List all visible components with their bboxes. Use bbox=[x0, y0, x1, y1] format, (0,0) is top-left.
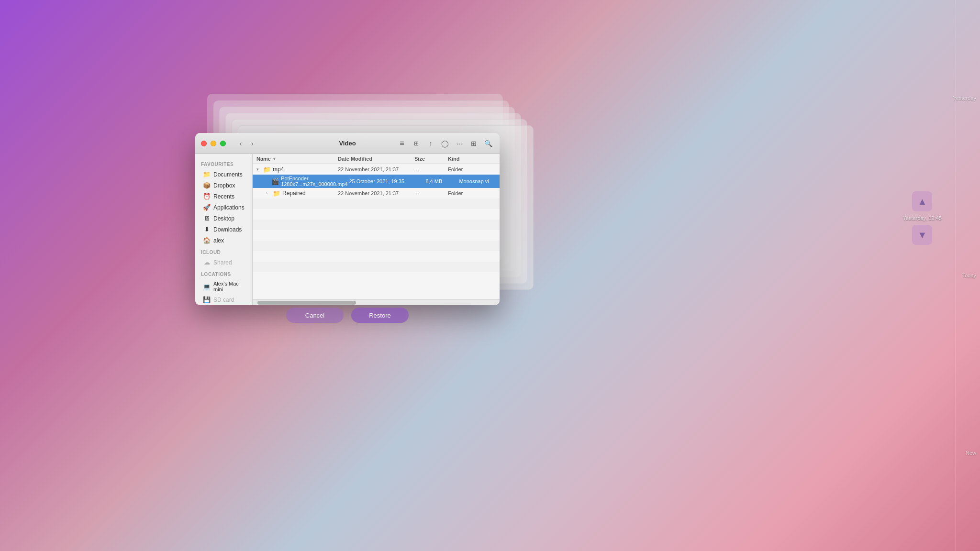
expand-arrow: ▾ bbox=[256, 167, 261, 172]
folder-icon: 📁 bbox=[273, 190, 280, 197]
sidebar-item-alex[interactable]: 🏠 alex bbox=[197, 235, 250, 246]
macmini-icon: 💻 bbox=[203, 283, 211, 290]
file-date: 25 October 2021, 19:35 bbox=[349, 178, 425, 184]
window-body: Favourites 📁 Documents 📦 Dropbox ⏰ Recen… bbox=[195, 154, 500, 305]
table-row[interactable]: 🎬 PotEncoder 1280x7...m27s_000000.mp4 25… bbox=[253, 175, 500, 188]
downloads-icon: ⬇ bbox=[203, 226, 211, 233]
sdcard-icon: 💾 bbox=[203, 296, 211, 303]
file-size: -- bbox=[414, 190, 448, 196]
sidebar-item-label: Applications bbox=[213, 204, 245, 211]
col-kind[interactable]: Kind bbox=[448, 156, 496, 162]
sidebar-item-dropbox[interactable]: 📦 Dropbox bbox=[197, 180, 250, 191]
toolbar-icons: ≡ ⊞ ↑ ◯ ··· ⊞ 🔍 bbox=[396, 138, 494, 149]
title-bar: ‹ › Video ≡ ⊞ ↑ ◯ ··· ⊞ 🔍 bbox=[195, 133, 500, 154]
alex-icon: 🏠 bbox=[203, 237, 211, 244]
nav-arrows: ‹ › bbox=[235, 138, 257, 149]
view-list-button[interactable]: ≡ bbox=[396, 138, 408, 149]
search-button[interactable]: 🔍 bbox=[482, 138, 494, 149]
documents-icon: 📁 bbox=[203, 171, 211, 178]
sidebar-item-documents[interactable]: 📁 Documents bbox=[197, 169, 250, 180]
sidebar-item-label: alex bbox=[213, 237, 224, 244]
file-size: 8,4 MB bbox=[425, 178, 459, 184]
tm-timestamp: Yesterday, 19:45 bbox=[903, 215, 942, 221]
tm-up-button[interactable]: ▲ bbox=[912, 191, 932, 211]
cancel-button[interactable]: Cancel bbox=[286, 308, 344, 323]
fullscreen-button[interactable] bbox=[220, 141, 226, 146]
empty-row bbox=[253, 209, 500, 220]
sidebar-item-label: Shared bbox=[213, 259, 232, 266]
share-button[interactable]: ↑ bbox=[425, 138, 436, 149]
sidebar-item-applications[interactable]: 🚀 Applications bbox=[197, 202, 250, 213]
file-date: 22 November 2021, 21:37 bbox=[338, 190, 414, 196]
empty-row bbox=[253, 230, 500, 241]
sidebar-item-label: Documents bbox=[213, 171, 243, 178]
sidebar-item-sdcard[interactable]: 💾 SD card bbox=[197, 294, 250, 305]
file-name-cell: ▾ 📁 mp4 bbox=[256, 166, 338, 173]
col-size[interactable]: Size bbox=[414, 156, 448, 162]
file-kind: Monosnap vi bbox=[459, 178, 500, 184]
timeline-label-now: Now bbox=[966, 450, 976, 456]
col-name[interactable]: Name ▼ bbox=[256, 156, 338, 162]
file-list: Name ▼ Date Modified Size Kind ▾ bbox=[253, 154, 500, 305]
dialog-buttons: Cancel Restore bbox=[195, 308, 500, 323]
empty-row bbox=[253, 241, 500, 251]
back-button[interactable]: ‹ bbox=[235, 138, 246, 149]
chevron-up-icon: ▲ bbox=[917, 196, 927, 207]
sidebar-item-label: Alex's Mac mini bbox=[213, 281, 245, 292]
icloud-label: iCloud bbox=[195, 246, 252, 257]
close-button[interactable] bbox=[201, 141, 207, 146]
col-date[interactable]: Date Modified bbox=[338, 156, 414, 162]
timeline-label-yesterday: Yesterday bbox=[953, 95, 976, 101]
sidebar-item-label: Desktop bbox=[213, 215, 234, 222]
window-title: Video bbox=[339, 140, 356, 147]
scrollbar-thumb[interactable] bbox=[257, 301, 356, 305]
file-name-cell: 🎬 PotEncoder 1280x7...m27s_000000.mp4 bbox=[256, 176, 349, 187]
minimize-button[interactable] bbox=[211, 141, 216, 146]
timeline-line bbox=[956, 0, 956, 551]
view-grid-button[interactable]: ⊞ bbox=[411, 138, 422, 149]
action-button[interactable]: ··· bbox=[454, 138, 465, 149]
sidebar-item-desktop[interactable]: 🖥 Desktop bbox=[197, 213, 250, 224]
sort-arrow: ▼ bbox=[272, 156, 277, 161]
desktop-icon: 🖥 bbox=[203, 215, 211, 222]
sidebar-item-shared[interactable]: ☁ Shared bbox=[197, 257, 250, 268]
sidebar-item-recents[interactable]: ⏰ Recents bbox=[197, 191, 250, 202]
applications-icon: 🚀 bbox=[203, 204, 211, 211]
empty-row bbox=[253, 251, 500, 262]
recents-icon: ⏰ bbox=[203, 193, 211, 200]
file-name-cell: › 📁 Repaired bbox=[256, 190, 338, 197]
file-size: -- bbox=[414, 166, 448, 172]
sidebar: Favourites 📁 Documents 📦 Dropbox ⏰ Recen… bbox=[195, 154, 253, 305]
file-kind: Folder bbox=[448, 190, 496, 196]
arrange-button[interactable]: ⊞ bbox=[468, 138, 479, 149]
shared-icon: ☁ bbox=[203, 259, 211, 266]
empty-row bbox=[253, 198, 500, 209]
restore-button[interactable]: Restore bbox=[351, 308, 409, 323]
empty-row bbox=[253, 220, 500, 230]
file-rows: ▾ 📁 mp4 22 November 2021, 21:37 -- Folde… bbox=[253, 164, 500, 299]
empty-row bbox=[253, 262, 500, 272]
tm-down-button[interactable]: ▼ bbox=[912, 225, 932, 245]
table-row[interactable]: › 📁 Repaired 22 November 2021, 21:37 -- … bbox=[253, 188, 500, 198]
sidebar-item-label: SD card bbox=[213, 297, 234, 303]
locations-label: Locations bbox=[195, 268, 252, 279]
folder-icon: 📁 bbox=[263, 166, 271, 173]
sidebar-item-downloads[interactable]: ⬇ Downloads bbox=[197, 224, 250, 235]
file-list-header: Name ▼ Date Modified Size Kind bbox=[253, 154, 500, 164]
timeline-label-today: Today bbox=[962, 273, 976, 278]
table-row[interactable]: ▾ 📁 mp4 22 November 2021, 21:37 -- Folde… bbox=[253, 164, 500, 175]
sidebar-item-label: Recents bbox=[213, 193, 234, 200]
chevron-down-icon: ▼ bbox=[917, 230, 927, 241]
sidebar-item-macmini[interactable]: 💻 Alex's Mac mini bbox=[197, 279, 250, 294]
tm-controls: ▲ Yesterday, 19:45 ▼ bbox=[903, 191, 942, 245]
sidebar-item-label: Dropbox bbox=[213, 182, 235, 189]
finder-window: ‹ › Video ≡ ⊞ ↑ ◯ ··· ⊞ 🔍 Favourites 📁 D… bbox=[195, 133, 500, 305]
empty-row bbox=[253, 272, 500, 283]
forward-button[interactable]: › bbox=[247, 138, 257, 149]
horizontal-scrollbar[interactable] bbox=[253, 299, 500, 305]
timeline: Yesterday Today Now bbox=[951, 0, 980, 551]
video-icon: 🎬 bbox=[271, 178, 279, 185]
sidebar-item-label: Downloads bbox=[213, 226, 242, 233]
favourites-label: Favourites bbox=[195, 158, 252, 169]
tag-button[interactable]: ◯ bbox=[439, 138, 451, 149]
